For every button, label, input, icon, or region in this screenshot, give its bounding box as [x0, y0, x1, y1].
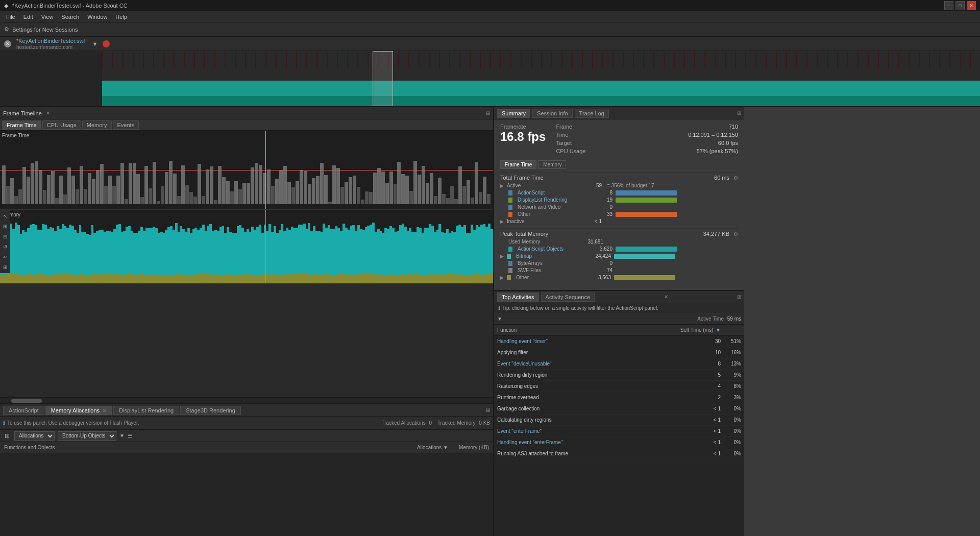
bp-tab-displaylist[interactable]: DisplayList Rendering: [113, 406, 179, 415]
menu-edit[interactable]: Edit: [19, 13, 37, 21]
memory-gear-icon[interactable]: ⚙: [733, 231, 738, 237]
tab-events[interactable]: Events: [113, 120, 139, 130]
activity-pct-9: 0%: [721, 440, 741, 445]
memory-other-expand-icon[interactable]: ▶: [500, 275, 504, 280]
settings-gear-icon[interactable]: ⚙: [4, 26, 9, 33]
activity-row-2[interactable]: Event "deviceUnusable"813%: [494, 358, 744, 370]
framerate-stat: Framerate 16.8 fps: [500, 124, 546, 156]
activity-func-name-10: Running AS3 attached to frame: [497, 451, 680, 456]
bottom-toolbar: ℹ To use this panel: Use a debugger vers…: [0, 417, 493, 430]
activity-row-8[interactable]: Event "enterFrame"< 10%: [494, 426, 744, 437]
bp-tab-memory-alloc[interactable]: Memory Allocations ✕: [45, 406, 112, 415]
activity-row-1[interactable]: Applying filter1016%: [494, 347, 744, 358]
ss-tab-frame-time[interactable]: Frame Time: [500, 160, 536, 169]
target-row: Target 60.0 fps: [556, 140, 738, 146]
summary-details: Frame 710 Time 0:12.091 – 0:12.150 Targe…: [556, 124, 738, 156]
alloc-sort-icon[interactable]: ▼: [443, 445, 448, 450]
activity-self-time-2: 8: [680, 361, 721, 367]
activity-func-name-0[interactable]: Handling event "timer": [497, 338, 680, 344]
activities-filter-icon[interactable]: ▼: [497, 316, 502, 322]
timeline-area: [0, 51, 980, 107]
tab-cpu-usage[interactable]: CPU Usage: [42, 120, 81, 130]
activity-row-10[interactable]: Running AS3 attached to frame< 10%: [494, 448, 744, 459]
functions-objects-col[interactable]: Functions and Objects: [0, 445, 401, 450]
activity-func-name-7: Calculating dirty regions: [497, 417, 680, 423]
function-col-header[interactable]: Function: [497, 327, 680, 333]
bp-tab-actionscript[interactable]: ActionScript: [3, 406, 44, 415]
bottom-expand-icon[interactable]: ⊞: [486, 407, 490, 413]
select-tool-icon[interactable]: ↖: [1, 212, 9, 220]
frame-timeline-close[interactable]: ✕: [46, 110, 50, 116]
chart-scrollbar[interactable]: [0, 397, 493, 403]
summary-stats-row: Framerate 16.8 fps Frame 710 Time 0:12.0…: [500, 124, 738, 156]
fit-icon[interactable]: ↺: [1, 242, 9, 251]
actionscript-row: ActionScript 8: [500, 190, 738, 196]
memory-kb-col[interactable]: Memory (KB): [452, 445, 493, 450]
time-row: Time 0:12.091 – 0:12.150: [556, 132, 738, 138]
activity-row-3[interactable]: Rendering dirty region59%: [494, 370, 744, 381]
frame-row: Frame 710: [556, 124, 738, 130]
tab-activity-sequence[interactable]: Activity Sequence: [541, 293, 595, 302]
activity-func-name-9[interactable]: Handling event "enterFrame": [497, 440, 680, 445]
tip-info-icon: ℹ: [498, 305, 500, 311]
activity-row-0[interactable]: Handling event "timer"3051%: [494, 336, 744, 347]
tab-session-info[interactable]: Session Info: [532, 109, 573, 118]
record-button[interactable]: [103, 40, 110, 47]
menu-view[interactable]: View: [37, 13, 58, 21]
bottom-up-select[interactable]: Bottom-Up Objects: [58, 431, 116, 441]
pan-icon[interactable]: ↩: [1, 253, 9, 261]
zoom-in-icon[interactable]: ⊞: [1, 222, 9, 230]
activity-pct-5: 3%: [721, 395, 741, 400]
active-expand-icon[interactable]: ▶: [500, 183, 504, 188]
activity-pct-0: 51%: [721, 338, 741, 344]
title-bar-controls[interactable]: ─ □ ✕: [944, 1, 976, 10]
frame-timeline-expand[interactable]: ⊞: [486, 110, 490, 116]
grid-icon[interactable]: ⊞: [1, 263, 9, 271]
scrollbar-thumb[interactable]: [11, 399, 42, 403]
bp-tab-stage3d[interactable]: Stage3D Rendering: [180, 406, 241, 415]
tab-trace-log[interactable]: Trace Log: [575, 109, 609, 118]
tracked-allocations-label: Tracked Allocations 0 Tracked Memory 0 K…: [381, 420, 490, 426]
activity-row-5[interactable]: Runtime overhead23%: [494, 392, 744, 403]
bottom-info-message: ℹ To use this panel: Use a debugger vers…: [3, 420, 139, 426]
bottom-icon-1[interactable]: ⊞: [3, 432, 11, 440]
active-row: ▶ Active 59 = 356% of budget 17: [500, 183, 738, 188]
activity-row-7[interactable]: Calculating dirty regions< 10%: [494, 415, 744, 426]
activity-row-6[interactable]: Garbage collection< 10%: [494, 403, 744, 415]
allocations-select[interactable]: Allocations: [14, 431, 55, 441]
tab-top-activities[interactable]: Top Activities: [497, 293, 539, 302]
empty-chart-rows: [0, 284, 493, 397]
inactive-expand-icon[interactable]: ▶: [500, 219, 504, 224]
menu-file[interactable]: File: [2, 13, 19, 21]
minimize-button[interactable]: ─: [944, 1, 953, 10]
activity-row-9[interactable]: Handling event "enterFrame"< 10%: [494, 437, 744, 448]
memory-alloc-close-icon[interactable]: ✕: [103, 408, 107, 413]
activity-func-name-8[interactable]: Event "enterFrame": [497, 428, 680, 434]
close-session-icon[interactable]: ✕: [4, 40, 11, 47]
menu-help[interactable]: Help: [111, 13, 131, 21]
bitmap-expand-icon[interactable]: ▶: [500, 254, 504, 259]
columns-icon[interactable]: ☰: [128, 433, 132, 438]
activities-close-icon[interactable]: ✕: [664, 294, 668, 300]
close-button[interactable]: ✕: [967, 1, 976, 10]
summary-expand-icon[interactable]: ⊞: [737, 110, 741, 116]
timeline-scrubber[interactable]: [373, 51, 393, 106]
tab-frame-time[interactable]: Frame Time: [2, 120, 41, 130]
menu-search[interactable]: Search: [57, 13, 83, 21]
menu-window[interactable]: Window: [83, 13, 111, 21]
activities-expand-icon[interactable]: ⊞: [737, 294, 741, 300]
tab-summary[interactable]: Summary: [497, 109, 530, 118]
frame-time-gear-icon[interactable]: ⚙: [733, 175, 738, 181]
activities-panel: Top Activities Activity Sequence ✕ ⊞ ℹ T…: [494, 291, 744, 536]
self-time-col-header[interactable]: Self Time (ms) ▼: [680, 327, 721, 333]
filter-icon[interactable]: ▼: [92, 41, 98, 47]
session-name[interactable]: *KeyActionBinderTester.swf: [16, 38, 85, 44]
bitmap-row: ▶ Bitmap 24,424: [500, 253, 738, 259]
ss-tab-memory[interactable]: Memory: [538, 160, 566, 169]
maximize-button[interactable]: □: [955, 1, 965, 10]
activity-row-4[interactable]: Rasterizing edges46%: [494, 381, 744, 392]
zoom-out-icon[interactable]: ⊟: [1, 232, 9, 240]
filter-bottom-icon[interactable]: ▼: [119, 433, 125, 438]
activity-func-name-2[interactable]: Event "deviceUnusable": [497, 361, 680, 367]
tab-memory[interactable]: Memory: [82, 120, 112, 130]
